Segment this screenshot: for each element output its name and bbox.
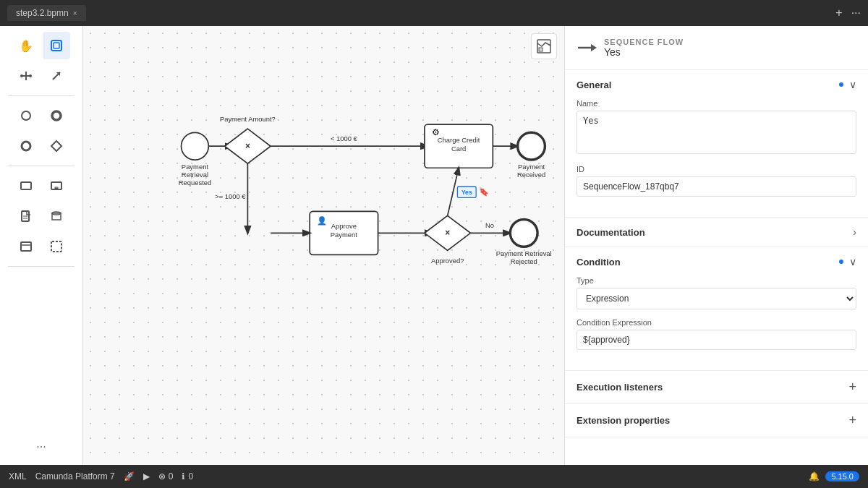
doc-tool-button[interactable] [12,202,40,230]
condition-section-controls: ∨ [839,256,856,267]
execution-listeners-header[interactable]: Execution listeners + [565,371,868,403]
select-tool-button[interactable] [43,32,70,59]
panel-header: SEQUENCE FLOW Yes [565,26,868,70]
diamond-tool-button[interactable] [43,132,70,160]
general-chevron-icon[interactable]: ∨ [849,79,856,90]
canvas-area[interactable]: Payment Retrieval Requested × Payment Am… [83,26,564,465]
svg-text:Payment: Payment [182,163,209,171]
cylinder-tool-button[interactable] [43,202,70,230]
panel-header-text: SEQUENCE FLOW Yes [604,38,684,58]
error-count: 0 [169,471,174,481]
id-field-input[interactable] [576,176,856,197]
main-layout: ✋ [0,26,868,465]
condition-expression-input[interactable] [576,330,856,350]
svg-point-9 [52,111,61,120]
start-event[interactable] [182,132,209,160]
documentation-chevron-icon[interactable]: › [853,226,856,238]
payment-received-event[interactable] [518,132,545,160]
toolbar-divider-1 [8,95,74,96]
more-tools-button[interactable]: ··· [36,440,46,459]
svg-text:Rejected: Rejected [511,257,537,265]
info-count: 0 [188,471,193,481]
condition-chevron-icon[interactable]: ∨ [849,256,856,267]
add-tab-button[interactable]: + [835,7,842,20]
dot-indicator [839,82,843,87]
documentation-section: Documentation › [565,218,868,247]
general-section-header[interactable]: General ∨ [565,70,868,99]
id-field-label: ID [576,165,856,174]
bottom-bar: XML Camunda Platform 7 🚀 ▶ ⊗ 0 ℹ 0 🔔 5.1… [0,465,868,488]
minimap-button[interactable] [531,33,557,59]
svg-rect-1 [54,43,59,48]
svg-rect-0 [51,40,61,51]
circle-tool-button[interactable] [12,102,40,129]
execution-listeners-add-icon[interactable]: + [848,380,856,395]
tool-row-5 [12,172,70,200]
documentation-section-header[interactable]: Documentation › [565,218,868,247]
type-field-select[interactable]: Expression Script None [576,288,856,309]
general-section-body: Name ID [565,99,868,217]
svg-text:×: × [245,141,250,151]
end-event-tool-button[interactable] [12,132,40,160]
svg-text:No: No [485,221,494,229]
deploy-icon[interactable]: 🚀 [124,471,135,481]
toolbar-divider-2 [8,166,74,166]
svg-text:Retrieval: Retrieval [182,171,208,179]
rect-tool-button[interactable] [12,172,40,200]
name-field-input[interactable] [576,111,856,154]
svg-marker-11 [51,141,61,151]
subprocess2-tool-button[interactable] [12,233,40,260]
hand-tool-button[interactable]: ✋ [12,32,40,59]
execution-listeners-section: Execution listeners + [565,371,868,404]
lasso-tool-button[interactable] [43,233,70,260]
extension-properties-add-icon[interactable]: + [848,413,856,428]
svg-point-5 [29,74,32,77]
svg-rect-26 [539,48,542,51]
general-section-dot [839,82,843,87]
execution-listeners-title: Execution listeners [576,382,663,393]
file-tab[interactable]: step3.2.bpmn × [7,5,86,21]
tool-row-4 [12,132,70,160]
svg-text:Payment: Payment [518,163,545,171]
condition-expression-label: Condition Expression [576,318,856,327]
extension-properties-title: Extension properties [576,415,670,426]
notification-icon[interactable]: 🔔 [809,471,820,481]
svg-text:< 1000 €: < 1000 € [331,134,358,142]
left-toolbar: ✋ [0,26,83,465]
condition-section: Condition ∨ Type Expression Script None [565,247,868,371]
element-type-label: SEQUENCE FLOW [604,38,684,46]
arrow-tool-button[interactable] [43,62,70,90]
extension-properties-section: Extension properties + [565,404,868,437]
general-section-title: General [576,80,611,90]
svg-text:Payment Retrieval: Payment Retrieval [496,249,552,257]
bpmn-diagram: Payment Retrieval Requested × Payment Am… [83,26,564,465]
svg-point-8 [22,111,30,120]
more-options-button[interactable]: ··· [851,7,861,20]
condition-section-header[interactable]: Condition ∨ [565,247,868,276]
svg-rect-24 [51,241,61,252]
svg-point-10 [22,142,30,150]
svg-text:Payment Amount?: Payment Amount? [220,115,276,123]
global-connect-tool-button[interactable] [12,62,40,90]
run-icon[interactable]: ▶ [143,471,150,481]
toolbar-divider-3 [8,266,74,267]
xml-button[interactable]: XML [9,471,27,481]
top-bar: step3.2.bpmn × + ··· [0,0,868,26]
payment-rejected-event[interactable] [510,219,537,247]
svg-text:Charge Credit: Charge Credit [438,136,480,144]
condition-dot-indicator [839,260,843,264]
bottom-bar-right: 🔔 5.15.0 [809,471,859,481]
tab-close-button[interactable]: × [73,9,77,17]
subprocess-tool-button[interactable] [43,172,70,200]
name-field-group: Name [576,99,856,156]
svg-text:Requested: Requested [179,179,212,187]
thick-circle-tool-button[interactable] [43,102,70,129]
documentation-section-title: Documentation [576,227,645,238]
tool-row-2 [12,62,70,90]
condition-section-body: Type Expression Script None Condition Ex… [565,276,868,370]
extension-properties-header[interactable]: Extension properties + [565,404,868,437]
svg-text:🔖: 🔖 [479,187,489,197]
tool-row-1: ✋ [12,32,70,59]
condition-section-title: Condition [576,257,621,267]
condition-expression-field-group: Condition Expression [576,318,856,350]
